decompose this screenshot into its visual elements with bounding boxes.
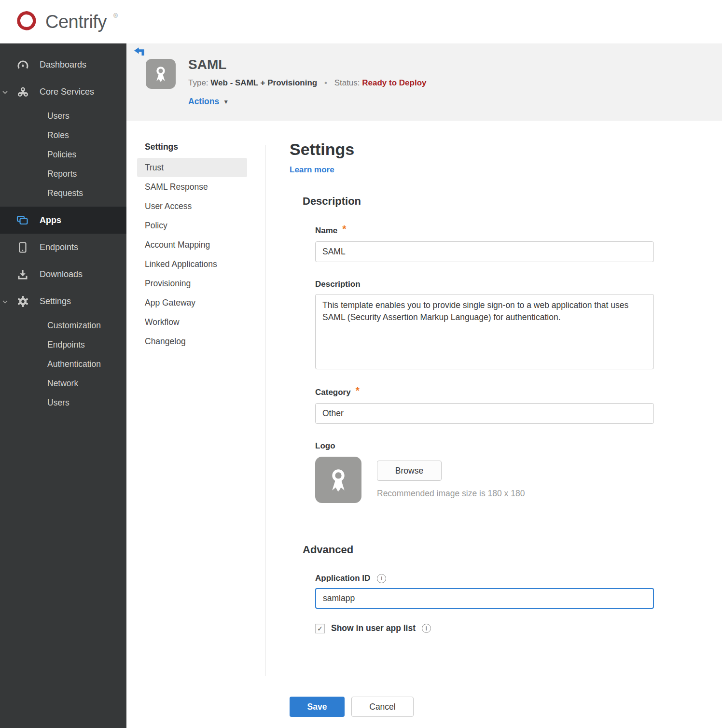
status-label: Status: [334, 78, 360, 87]
type-value: Web - SAML + Provisioning [210, 78, 317, 87]
sidebar-subitem-label: Roles [47, 130, 69, 140]
learn-more-link[interactable]: Learn more [290, 165, 334, 175]
save-button[interactable]: Save [290, 697, 345, 717]
sidebar-item-settings[interactable]: Settings [0, 288, 126, 315]
subnav-item-label: SAML Response [145, 182, 208, 192]
gauge-icon [16, 59, 29, 70]
info-icon[interactable]: i [377, 574, 386, 583]
top-bar: Centrify ® [0, 0, 722, 43]
logo-preview-icon [315, 457, 361, 503]
sidebar-subitem-label: Endpoints [47, 340, 85, 350]
sidebar-subitem-label: Network [47, 378, 78, 389]
application-id-label-text: Application ID [315, 574, 370, 583]
subnav-item-app-gateway[interactable]: App Gateway [137, 293, 247, 312]
description-label: Description [315, 280, 661, 289]
cancel-button[interactable]: Cancel [351, 697, 414, 717]
subnav-item-label: App Gateway [145, 298, 195, 308]
subnav-item-user-access[interactable]: User Access [137, 196, 247, 216]
show-in-user-app-list-checkbox[interactable]: ✓ [315, 624, 325, 633]
sidebar-subitem-settings-endpoints[interactable]: Endpoints [0, 335, 126, 354]
sidebar-subitem-users[interactable]: Users [0, 106, 126, 126]
chevron-down-icon [2, 296, 8, 307]
vertical-divider [265, 145, 265, 676]
sidebar-item-label: Downloads [40, 269, 83, 280]
logo-label-text: Logo [315, 441, 335, 451]
core-services-icon [16, 86, 29, 98]
subnav-item-provisioning[interactable]: Provisioning [137, 274, 247, 293]
application-id-input[interactable] [315, 588, 654, 609]
gear-icon [16, 295, 29, 308]
category-input[interactable] [315, 403, 654, 424]
subnav-title: Settings [137, 142, 247, 158]
description-label-text: Description [315, 280, 361, 289]
sidebar-subitem-reports[interactable]: Reports [0, 164, 126, 183]
device-icon [16, 242, 29, 253]
subnav-item-saml-response[interactable]: SAML Response [137, 177, 247, 196]
description-textarea[interactable]: This template enables you to provide sin… [315, 294, 654, 369]
sidebar-item-label: Dashboards [40, 60, 86, 70]
brand-registered-mark: ® [113, 13, 118, 19]
download-icon [16, 269, 29, 280]
subnav-item-label: Trust [145, 163, 164, 173]
show-in-user-app-list-label: Show in user app list [331, 623, 416, 633]
sidebar-subitem-label: Customization [47, 321, 101, 331]
name-input[interactable] [315, 241, 654, 262]
sidebar-subitem-authentication[interactable]: Authentication [0, 354, 126, 374]
caret-down-icon: ▼ [223, 98, 229, 105]
required-marker: * [356, 385, 360, 396]
category-label: Category * [315, 387, 661, 398]
sidebar-subitem-policies[interactable]: Policies [0, 145, 126, 164]
sidebar-subitem-settings-users[interactable]: Users [0, 393, 126, 412]
sidebar-subitem-customization[interactable]: Customization [0, 316, 126, 335]
actions-label: Actions [188, 97, 219, 107]
actions-dropdown[interactable]: Actions ▼ [188, 97, 229, 107]
sidebar-item-endpoints[interactable]: Endpoints [0, 234, 126, 261]
sidebar-subitem-requests[interactable]: Requests [0, 183, 126, 203]
sidebar-subitem-roles[interactable]: Roles [0, 126, 126, 145]
centrify-logo-icon [14, 8, 40, 36]
type-label: Type: [188, 78, 208, 87]
sidebar: Dashboards Core Services Users Roles Pol… [0, 43, 126, 728]
back-arrow-icon[interactable] [134, 47, 145, 58]
app-meta: Type: Web - SAML + Provisioning • Status… [188, 78, 426, 88]
subnav-item-workflow[interactable]: Workflow [137, 312, 247, 332]
subnav-item-linked-applications[interactable]: Linked Applications [137, 254, 247, 274]
sidebar-subitem-label: Users [47, 111, 69, 121]
subnav-item-label: Linked Applications [145, 259, 217, 269]
sidebar-item-core-services[interactable]: Core Services [0, 78, 126, 105]
sidebar-item-label: Core Services [40, 87, 94, 97]
page-title: Settings [290, 141, 661, 157]
apps-icon [16, 215, 29, 225]
subnav-item-label: Workflow [145, 317, 180, 327]
sidebar-subitem-label: Reports [47, 169, 77, 179]
subnav-item-label: Policy [145, 221, 167, 231]
subnav-item-changelog[interactable]: Changelog [137, 332, 247, 351]
sidebar-item-label: Apps [40, 215, 61, 225]
app-header: SAML Type: Web - SAML + Provisioning • S… [126, 43, 722, 121]
subnav-item-policy[interactable]: Policy [137, 216, 247, 235]
brand: Centrify ® [14, 8, 118, 36]
sidebar-subitem-network[interactable]: Network [0, 374, 126, 393]
sidebar-item-label: Settings [40, 296, 71, 307]
application-id-label: Application ID [315, 574, 370, 583]
footer-actions: Save Cancel [290, 697, 414, 717]
browse-button[interactable]: Browse [377, 461, 442, 481]
advanced-section-title: Advanced [303, 544, 661, 556]
subnav: Settings Trust SAML Response User Access… [137, 142, 247, 351]
info-icon[interactable]: i [422, 624, 431, 633]
settings-subgroup: Customization Endpoints Authentication N… [0, 315, 126, 416]
logo-controls: Browse Recommended image size is 180 x 1… [377, 457, 525, 503]
sidebar-item-dashboards[interactable]: Dashboards [0, 51, 126, 78]
name-label-text: Name [315, 226, 337, 236]
sidebar-item-downloads[interactable]: Downloads [0, 261, 126, 288]
sidebar-item-apps[interactable]: Apps [0, 207, 126, 234]
sidebar-subitem-label: Policies [47, 150, 76, 160]
logo-hint: Recommended image size is 180 x 180 [377, 489, 525, 499]
application-id-label-row: Application ID i [315, 574, 661, 583]
subnav-item-label: Provisioning [145, 279, 191, 289]
subnav-item-trust[interactable]: Trust [137, 158, 247, 177]
required-marker: * [342, 223, 346, 235]
description-fields: Name * Description This template enables… [315, 225, 661, 503]
brand-name: Centrify [45, 12, 107, 32]
subnav-item-account-mapping[interactable]: Account Mapping [137, 235, 247, 254]
